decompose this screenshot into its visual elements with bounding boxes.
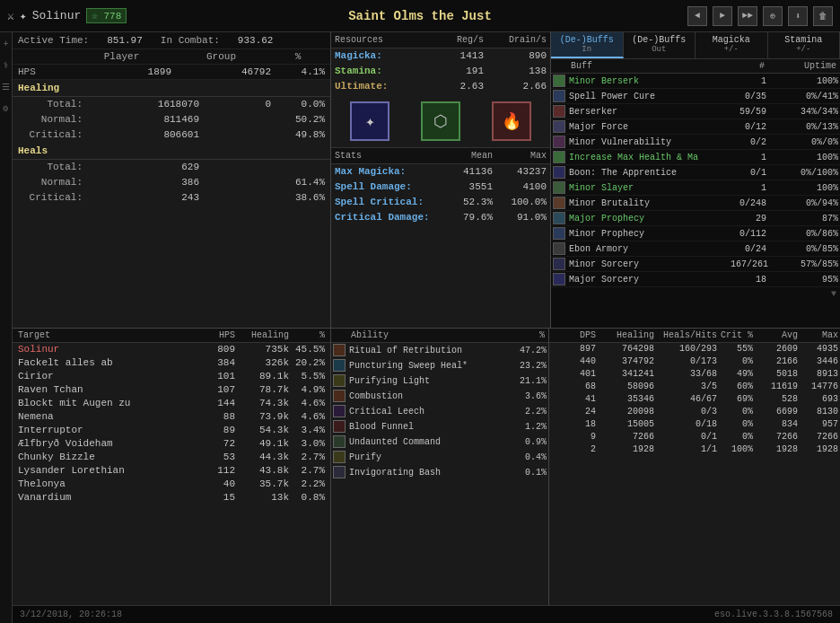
ability-icon-1[interactable]: ✦: [350, 101, 389, 141]
dps-crit: 0%: [717, 432, 753, 442]
buff-row: Major Force 0/12 0%/13%: [551, 119, 840, 135]
dps-healing: 35346: [596, 394, 654, 404]
time-row: Active Time: 851.97 In Combat: 933.62: [13, 32, 330, 49]
dps-value: 897: [551, 344, 596, 354]
target-name: Ælfbryð Voideham: [18, 438, 195, 449]
buff-count: 0/24: [731, 244, 766, 254]
buff-icon: [553, 258, 565, 270]
target-row: Fackelt alles ab 384 326k 20.2%: [13, 356, 330, 370]
sidebar-icon-1[interactable]: +: [1, 39, 12, 49]
buff-icon: [553, 136, 565, 148]
col-target-header: Target: [18, 330, 195, 340]
buff-row: Boon: The Apprentice 0/1 0%/100%: [551, 165, 840, 180]
sidebar-icon-3[interactable]: ☰: [1, 82, 12, 92]
target-healing: 326k: [235, 357, 289, 368]
tab-magicka[interactable]: Magicka +/-: [696, 32, 768, 58]
dps-healing: 58096: [596, 382, 654, 391]
hps-player: 1899: [72, 66, 171, 77]
buff-count: 0/35: [731, 92, 766, 101]
buff-count: 0/2: [731, 137, 766, 147]
heals-normal-label: Normal:: [18, 177, 90, 188]
ability-icon-3[interactable]: 🔥: [492, 101, 531, 141]
col-group-header: Group: [171, 51, 271, 62]
dps-hits: 33/68: [654, 369, 717, 379]
sidebar-icon-2[interactable]: ⚕: [1, 60, 12, 71]
target-pct: 20.2%: [289, 357, 325, 368]
ability-row-pct: 0.4%: [502, 452, 547, 462]
target-pct: 45.5%: [289, 344, 325, 355]
sidebar-icon-4[interactable]: ⚙: [1, 103, 12, 114]
target-pct: 2.7%: [289, 465, 325, 476]
cp-badge: ☆ 778: [86, 8, 127, 23]
dps-hits: 160/293: [654, 344, 717, 354]
stats-label: Stats: [335, 151, 439, 161]
target-hps: 384: [195, 357, 235, 368]
target-pct: 2.7%: [289, 452, 325, 462]
buff-uptime: 0%/41%: [766, 92, 838, 101]
dps-max: 4935: [798, 344, 838, 354]
target-row: Ælfbryð Voideham 72 49.1k 3.0%: [13, 437, 330, 451]
target-pct: 4.6%: [289, 411, 325, 422]
dps-value: 18: [551, 419, 596, 429]
dps-hits: 46/67: [654, 394, 717, 404]
dps-rows: 897 764298 160/293 55% 2609 4935 440 374…: [549, 343, 840, 456]
scroll-indicator[interactable]: ▼: [551, 287, 840, 301]
target-hps: 72: [195, 438, 235, 449]
target-name: Solinur: [18, 344, 195, 355]
dps-value: 24: [551, 407, 596, 417]
ability-icon-2[interactable]: ⬡: [421, 101, 460, 141]
ability-row-pct: 0.1%: [502, 468, 547, 478]
ability-row: Purifying Light 21.1%: [331, 373, 548, 389]
heals-total-g: [199, 162, 271, 172]
middle-panel: Resources Reg/s Drain/s Magicka: 1413 89…: [331, 32, 551, 328]
stat-row-name: Spell Damage:: [335, 181, 439, 192]
nav-next-button[interactable]: ►: [713, 6, 732, 26]
magicka-row: Magicka: 1413 890: [331, 48, 550, 64]
heals-total-row: Total: 629: [13, 160, 330, 175]
buff-uptime: 100%: [766, 76, 838, 86]
dps-avg: 1928: [753, 444, 798, 454]
dps-max: 3446: [798, 356, 838, 366]
buff-count: 29: [731, 214, 766, 224]
nav-skip-button[interactable]: ►►: [738, 6, 757, 26]
ability-row-pct: 21.1%: [502, 376, 547, 386]
dps-max: 14776: [798, 382, 838, 391]
dps-crit: 49%: [717, 369, 753, 379]
target-healing: 735k: [235, 344, 289, 355]
buff-name: Minor Slayer: [567, 183, 731, 193]
dps-hits: 0/3: [654, 407, 717, 417]
ability-icon-small: [333, 435, 346, 448]
stamina-row: Stamina: 191 138: [331, 64, 550, 79]
dps-value: 440: [551, 356, 596, 366]
target-healing: 73.9k: [235, 411, 289, 422]
tab-debuffs-out[interactable]: (De-)Buffs Out: [624, 32, 696, 58]
add-button[interactable]: ⊕: [763, 6, 783, 26]
tab-stamina[interactable]: Stamina +/-: [768, 32, 841, 58]
in-combat-value: 933.62: [238, 35, 274, 46]
dps-row: 897 764298 160/293 55% 2609 4935: [549, 343, 840, 355]
magicka-drain: 890: [484, 50, 547, 61]
heals-total-pct: [271, 162, 325, 172]
buff-icon: [553, 75, 565, 87]
buff-icon: [553, 181, 565, 194]
buff-uptime: 57%/85%: [766, 259, 838, 269]
target-healing: 78.7k: [235, 384, 289, 395]
buff-tabs: (De-)Buffs In (De-)Buffs Out Magicka +/-…: [551, 32, 840, 59]
target-name: Vanardium: [18, 492, 195, 503]
delete-button[interactable]: 🗑: [813, 6, 833, 26]
dps-value: 9: [551, 432, 596, 442]
stat-row-mean: 3551: [439, 181, 493, 192]
tab-debuffs-in[interactable]: (De-)Buffs In: [551, 32, 624, 58]
buff-name: Ebon Armory: [567, 244, 731, 254]
nav-prev-button[interactable]: ◄: [687, 6, 707, 26]
dps-avg: 834: [753, 419, 798, 429]
target-rows: Solinur 809 735k 45.5% Fackelt alles ab …: [13, 343, 330, 505]
cp-icon: ☆: [92, 11, 98, 22]
normal-label: Normal:: [18, 114, 90, 125]
dps-value: 68: [551, 382, 596, 391]
stat-row-name: Max Magicka:: [335, 166, 439, 177]
save-button[interactable]: ⬇: [788, 6, 808, 26]
hps-data-row: HPS 1899 46792 4.1%: [13, 65, 330, 80]
ability-row: Ritual of Retribution 47.2%: [331, 343, 548, 358]
dps-row: 401 341241 33/68 49% 5018 8913: [549, 368, 840, 381]
